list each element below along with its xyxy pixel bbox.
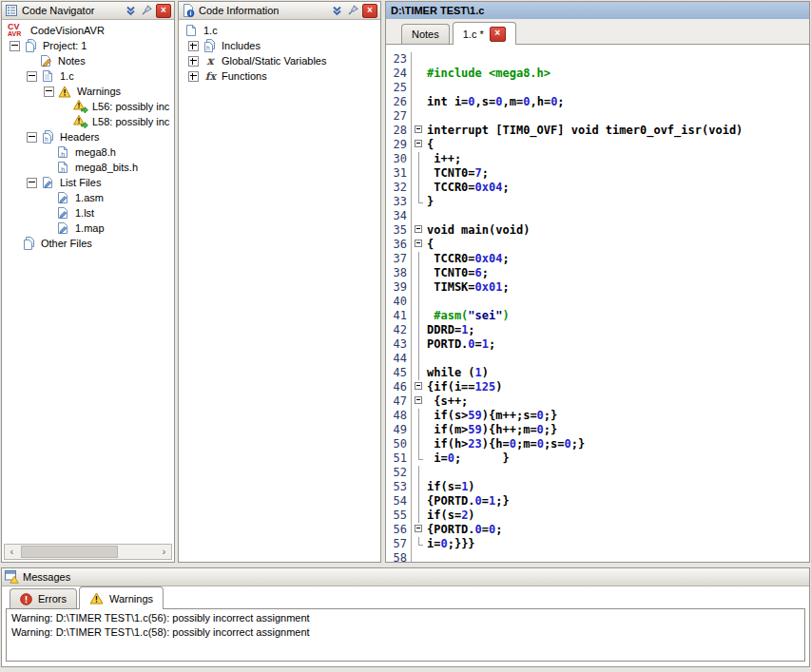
- code-line[interactable]: 45while (1): [386, 366, 809, 380]
- fold-margin: [413, 152, 425, 166]
- code-line[interactable]: 24#include <mega8.h>: [386, 67, 809, 81]
- tab-errors[interactable]: Errors: [10, 588, 77, 608]
- warning-message[interactable]: Warning: D:\TIMER TEST\1.c(56): possibly…: [11, 611, 800, 625]
- collapse-expander[interactable]: [27, 132, 37, 143]
- tree-item-mega8h[interactable]: .hmega8.h: [2, 144, 174, 160]
- code-line[interactable]: 39 TIMSK=0x01;: [386, 280, 809, 295]
- expand-expander[interactable]: [188, 56, 199, 67]
- collapse-expander[interactable]: [44, 86, 54, 97]
- pin-panel-button[interactable]: [140, 5, 153, 17]
- tree-item-info-1c[interactable]: 1.c: [179, 23, 380, 38]
- tree-item-1lst[interactable]: 1.lst: [2, 205, 174, 221]
- fold-margin: [413, 409, 425, 423]
- code-line[interactable]: 58: [386, 551, 809, 562]
- warning-message[interactable]: Warning: D:\TIMER TEST\1.c(58): possibly…: [11, 625, 800, 640]
- code-line[interactable]: 43PORTD.0=1;: [386, 337, 809, 352]
- tree-item-mega8bitsh[interactable]: .hmega8_bits.h: [2, 160, 174, 175]
- code-line[interactable]: 38 TCNT0=6;: [386, 266, 809, 280]
- fold-toggle[interactable]: [413, 380, 425, 394]
- tree-item-1map[interactable]: 1.map: [2, 221, 174, 236]
- fold-toggle[interactable]: [413, 394, 425, 409]
- code-line[interactable]: 49 if(m>59){h++;m=0;}: [386, 423, 809, 437]
- code-line[interactable]: 51 i=0; }: [386, 451, 809, 466]
- close-panel-button[interactable]: [156, 4, 171, 18]
- line-number: 43: [386, 337, 412, 352]
- code-line[interactable]: 53if(s=1): [386, 480, 809, 494]
- code-line[interactable]: 37 TCCR0=0x04;: [386, 252, 809, 266]
- code-line[interactable]: 31 TCNT0=7;: [386, 166, 809, 181]
- expand-expander[interactable]: [188, 41, 199, 51]
- horizontal-scrollbar[interactable]: ‹ ›: [4, 544, 172, 560]
- tree-item-other-files[interactable]: Other Files: [2, 236, 174, 251]
- tree-item-list-files[interactable]: List Files: [2, 175, 174, 190]
- fold-toggle[interactable]: [413, 138, 425, 152]
- tree-item-functions[interactable]: fxFunctions: [179, 68, 380, 84]
- fold-toggle[interactable]: [413, 124, 425, 138]
- tree-item-notes[interactable]: Notes: [2, 53, 174, 68]
- code-line[interactable]: 46{if(i==125): [386, 380, 809, 394]
- code-line[interactable]: 47 {s++;: [386, 394, 809, 409]
- code-line[interactable]: 36{: [386, 238, 809, 252]
- collapse-panel-button[interactable]: [124, 5, 137, 17]
- code-segment: if(s=: [427, 480, 461, 493]
- code-line[interactable]: 30 i++;: [386, 152, 809, 166]
- code-line[interactable]: 40: [386, 295, 809, 309]
- code-segment: ;: [482, 166, 489, 180]
- code-line[interactable]: 48 if(s>59){m++;s=0;}: [386, 409, 809, 423]
- tree-item-1asm[interactable]: 1.asm: [2, 190, 174, 205]
- code-line[interactable]: 41 #asm("sei"): [386, 309, 809, 323]
- code-line[interactable]: 33}: [386, 195, 809, 209]
- code-line[interactable]: 56{PORTD.0=0;: [386, 523, 809, 537]
- tree-item-warning-l58[interactable]: L58: possibly inc: [2, 114, 174, 129]
- code-line[interactable]: 25: [386, 81, 809, 95]
- collapse-expander[interactable]: [10, 41, 20, 51]
- tree-item-codevisionavr[interactable]: CVAVRCodeVisionAVR: [2, 23, 174, 38]
- scroll-right-arrow[interactable]: ›: [157, 545, 171, 559]
- close-tab-icon[interactable]: [490, 27, 506, 42]
- tree-item-global-variables[interactable]: xGlobal/Static Variables: [179, 53, 380, 68]
- code-editor-area[interactable]: 23 24#include <mega8.h> 25 26int i=0,s=0…: [386, 45, 809, 562]
- tree-item-warnings[interactable]: Warnings: [2, 84, 174, 99]
- scroll-left-arrow[interactable]: ‹: [5, 545, 19, 559]
- code-line[interactable]: 55if(s=2): [386, 509, 809, 523]
- code-segment: 59: [468, 423, 481, 436]
- code-segment: TCNT0=: [427, 166, 475, 180]
- code-line[interactable]: 44: [386, 352, 809, 366]
- tree-item-1c[interactable]: 1.c: [2, 68, 174, 84]
- collapse-panel-button[interactable]: [330, 5, 343, 17]
- scrollbar-track[interactable]: [19, 545, 157, 559]
- tree-item-warning-l56[interactable]: L56: possibly inc: [2, 99, 174, 114]
- app-window: { "code_navigator": { "title": "Code Nav…: [0, 0, 811, 672]
- tree-item-headers[interactable]: hHeaders: [2, 129, 174, 144]
- line-number: 58: [386, 551, 412, 562]
- code-segment: ;: [502, 181, 509, 194]
- code-line[interactable]: 54{PORTD.0=1;}: [386, 494, 809, 509]
- pin-panel-button[interactable]: [346, 5, 359, 17]
- code-line[interactable]: 52: [386, 466, 809, 480]
- code-line[interactable]: 50 if(h>23){h=0;m=0;s=0;}: [386, 437, 809, 451]
- fold-toggle[interactable]: [413, 523, 425, 537]
- code-line[interactable]: 34: [386, 209, 809, 223]
- scrollbar-thumb[interactable]: [21, 546, 118, 558]
- tab-notes[interactable]: Notes: [401, 24, 450, 44]
- code-line[interactable]: 23: [386, 52, 809, 67]
- fold-toggle[interactable]: [413, 223, 425, 238]
- close-panel-button[interactable]: [362, 4, 377, 18]
- code-line[interactable]: 57i=0;}}}: [386, 537, 809, 551]
- code-line[interactable]: 28interrupt [TIM0_OVF] void timer0_ovf_i…: [386, 124, 809, 138]
- tab-1c[interactable]: 1.c *: [453, 22, 516, 45]
- tab-warnings[interactable]: Warnings: [79, 586, 164, 609]
- code-line[interactable]: 42DDRD=1;: [386, 323, 809, 337]
- code-line[interactable]: 26int i=0,s=0,m=0,h=0;: [386, 95, 809, 109]
- tree-item-includes[interactable]: hIncludes: [179, 38, 380, 53]
- line-number: 31: [386, 166, 412, 181]
- fold-toggle[interactable]: [413, 238, 425, 252]
- collapse-expander[interactable]: [27, 178, 37, 188]
- expand-expander[interactable]: [188, 71, 199, 82]
- code-line[interactable]: 29{: [386, 138, 809, 152]
- tree-item-project[interactable]: Project: 1: [2, 38, 174, 53]
- code-line[interactable]: 27: [386, 109, 809, 124]
- code-line[interactable]: 35void main(void): [386, 223, 809, 238]
- code-line[interactable]: 32 TCCR0=0x04;: [386, 181, 809, 195]
- collapse-expander[interactable]: [27, 71, 37, 82]
